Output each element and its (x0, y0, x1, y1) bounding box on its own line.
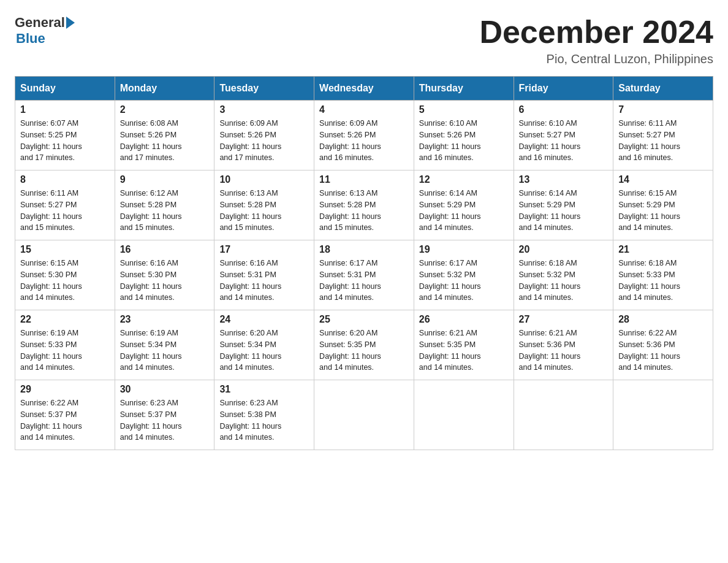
calendar-cell: 6Sunrise: 6:10 AMSunset: 5:27 PMDaylight… (514, 101, 613, 170)
week-row-3: 15Sunrise: 6:15 AMSunset: 5:30 PMDayligh… (15, 240, 713, 310)
day-number: 9 (120, 174, 210, 185)
day-number: 25 (319, 314, 409, 325)
day-number: 12 (419, 174, 509, 185)
calendar-cell: 24Sunrise: 6:20 AMSunset: 5:34 PMDayligh… (214, 310, 314, 380)
week-row-4: 22Sunrise: 6:19 AMSunset: 5:33 PMDayligh… (15, 310, 713, 380)
header-wednesday: Wednesday (314, 77, 414, 101)
logo-general-text: General (15, 15, 65, 31)
title-block: December 2024 Pio, Central Luzon, Philip… (479, 15, 713, 66)
calendar-cell: 29Sunrise: 6:22 AMSunset: 5:37 PMDayligh… (15, 380, 115, 450)
calendar-cell: 4Sunrise: 6:09 AMSunset: 5:26 PMDaylight… (314, 101, 414, 170)
day-number: 17 (219, 244, 309, 255)
day-number: 26 (419, 314, 509, 325)
day-info: Sunrise: 6:09 AMSunset: 5:26 PMDaylight:… (319, 118, 409, 164)
day-number: 8 (20, 174, 110, 185)
header-tuesday: Tuesday (214, 77, 314, 101)
calendar-cell: 25Sunrise: 6:20 AMSunset: 5:35 PMDayligh… (314, 310, 414, 380)
calendar-cell: 26Sunrise: 6:21 AMSunset: 5:35 PMDayligh… (414, 310, 514, 380)
day-number: 14 (618, 174, 708, 185)
calendar-cell: 5Sunrise: 6:10 AMSunset: 5:26 PMDaylight… (414, 101, 514, 170)
day-info: Sunrise: 6:15 AMSunset: 5:30 PMDaylight:… (20, 258, 110, 304)
day-info: Sunrise: 6:17 AMSunset: 5:31 PMDaylight:… (319, 258, 409, 304)
page-header: General Blue December 2024 Pio, Central … (15, 15, 713, 66)
calendar-cell: 13Sunrise: 6:14 AMSunset: 5:29 PMDayligh… (514, 170, 613, 240)
day-info: Sunrise: 6:18 AMSunset: 5:32 PMDaylight:… (519, 258, 609, 304)
day-number: 4 (319, 104, 409, 115)
calendar-cell: 28Sunrise: 6:22 AMSunset: 5:36 PMDayligh… (613, 310, 713, 380)
calendar-cell: 9Sunrise: 6:12 AMSunset: 5:28 PMDaylight… (115, 170, 214, 240)
calendar-table: SundayMondayTuesdayWednesdayThursdayFrid… (15, 76, 713, 450)
week-row-1: 1Sunrise: 6:07 AMSunset: 5:25 PMDaylight… (15, 101, 713, 170)
calendar-cell: 23Sunrise: 6:19 AMSunset: 5:34 PMDayligh… (115, 310, 214, 380)
calendar-cell: 7Sunrise: 6:11 AMSunset: 5:27 PMDaylight… (613, 101, 713, 170)
day-info: Sunrise: 6:11 AMSunset: 5:27 PMDaylight:… (20, 188, 110, 234)
day-number: 6 (519, 104, 609, 115)
day-number: 21 (618, 244, 708, 255)
month-title: December 2024 (479, 15, 713, 50)
day-number: 27 (519, 314, 609, 325)
day-info: Sunrise: 6:22 AMSunset: 5:36 PMDaylight:… (618, 327, 708, 373)
calendar-cell: 10Sunrise: 6:13 AMSunset: 5:28 PMDayligh… (214, 170, 314, 240)
day-info: Sunrise: 6:12 AMSunset: 5:28 PMDaylight:… (120, 188, 210, 234)
day-info: Sunrise: 6:18 AMSunset: 5:33 PMDaylight:… (618, 258, 708, 304)
day-info: Sunrise: 6:16 AMSunset: 5:31 PMDaylight:… (219, 258, 309, 304)
calendar-cell: 11Sunrise: 6:13 AMSunset: 5:28 PMDayligh… (314, 170, 414, 240)
day-info: Sunrise: 6:10 AMSunset: 5:27 PMDaylight:… (519, 118, 609, 164)
day-info: Sunrise: 6:20 AMSunset: 5:35 PMDaylight:… (319, 327, 409, 373)
logo-arrow-icon (66, 17, 75, 29)
day-info: Sunrise: 6:16 AMSunset: 5:30 PMDaylight:… (120, 258, 210, 304)
day-number: 1 (20, 104, 110, 115)
day-info: Sunrise: 6:09 AMSunset: 5:26 PMDaylight:… (219, 118, 309, 164)
day-number: 11 (319, 174, 409, 185)
day-number: 10 (219, 174, 309, 185)
calendar-cell (414, 380, 514, 450)
day-info: Sunrise: 6:23 AMSunset: 5:38 PMDaylight:… (219, 397, 309, 443)
day-info: Sunrise: 6:19 AMSunset: 5:34 PMDaylight:… (120, 327, 210, 373)
location-subtitle: Pio, Central Luzon, Philippines (479, 52, 713, 66)
calendar-cell: 16Sunrise: 6:16 AMSunset: 5:30 PMDayligh… (115, 240, 214, 310)
day-info: Sunrise: 6:21 AMSunset: 5:36 PMDaylight:… (519, 327, 609, 373)
day-number: 28 (618, 314, 708, 325)
calendar-cell: 12Sunrise: 6:14 AMSunset: 5:29 PMDayligh… (414, 170, 514, 240)
calendar-cell: 31Sunrise: 6:23 AMSunset: 5:38 PMDayligh… (214, 380, 314, 450)
logo-blue-text: Blue (16, 31, 45, 47)
day-info: Sunrise: 6:13 AMSunset: 5:28 PMDaylight:… (319, 188, 409, 234)
day-number: 18 (319, 244, 409, 255)
day-info: Sunrise: 6:20 AMSunset: 5:34 PMDaylight:… (219, 327, 309, 373)
calendar-cell: 15Sunrise: 6:15 AMSunset: 5:30 PMDayligh… (15, 240, 115, 310)
calendar-cell (514, 380, 613, 450)
day-number: 20 (519, 244, 609, 255)
day-info: Sunrise: 6:17 AMSunset: 5:32 PMDaylight:… (419, 258, 509, 304)
calendar-cell: 14Sunrise: 6:15 AMSunset: 5:29 PMDayligh… (613, 170, 713, 240)
calendar-cell: 27Sunrise: 6:21 AMSunset: 5:36 PMDayligh… (514, 310, 613, 380)
calendar-cell: 22Sunrise: 6:19 AMSunset: 5:33 PMDayligh… (15, 310, 115, 380)
logo: General Blue (15, 15, 75, 47)
calendar-cell: 1Sunrise: 6:07 AMSunset: 5:25 PMDaylight… (15, 101, 115, 170)
calendar-cell: 2Sunrise: 6:08 AMSunset: 5:26 PMDaylight… (115, 101, 214, 170)
day-number: 13 (519, 174, 609, 185)
day-info: Sunrise: 6:15 AMSunset: 5:29 PMDaylight:… (618, 188, 708, 234)
day-info: Sunrise: 6:10 AMSunset: 5:26 PMDaylight:… (419, 118, 509, 164)
day-number: 30 (120, 384, 210, 395)
day-number: 23 (120, 314, 210, 325)
calendar-cell (314, 380, 414, 450)
day-info: Sunrise: 6:07 AMSunset: 5:25 PMDaylight:… (20, 118, 110, 164)
day-info: Sunrise: 6:14 AMSunset: 5:29 PMDaylight:… (519, 188, 609, 234)
day-info: Sunrise: 6:19 AMSunset: 5:33 PMDaylight:… (20, 327, 110, 373)
day-info: Sunrise: 6:11 AMSunset: 5:27 PMDaylight:… (618, 118, 708, 164)
day-number: 7 (618, 104, 708, 115)
day-info: Sunrise: 6:21 AMSunset: 5:35 PMDaylight:… (419, 327, 509, 373)
day-number: 3 (219, 104, 309, 115)
calendar-cell: 18Sunrise: 6:17 AMSunset: 5:31 PMDayligh… (314, 240, 414, 310)
day-info: Sunrise: 6:08 AMSunset: 5:26 PMDaylight:… (120, 118, 210, 164)
header-thursday: Thursday (414, 77, 514, 101)
day-info: Sunrise: 6:14 AMSunset: 5:29 PMDaylight:… (419, 188, 509, 234)
day-info: Sunrise: 6:23 AMSunset: 5:37 PMDaylight:… (120, 397, 210, 443)
calendar-cell: 30Sunrise: 6:23 AMSunset: 5:37 PMDayligh… (115, 380, 214, 450)
day-info: Sunrise: 6:13 AMSunset: 5:28 PMDaylight:… (219, 188, 309, 234)
calendar-cell (613, 380, 713, 450)
day-number: 2 (120, 104, 210, 115)
day-info: Sunrise: 6:22 AMSunset: 5:37 PMDaylight:… (20, 397, 110, 443)
header-row: SundayMondayTuesdayWednesdayThursdayFrid… (15, 77, 713, 101)
header-saturday: Saturday (613, 77, 713, 101)
